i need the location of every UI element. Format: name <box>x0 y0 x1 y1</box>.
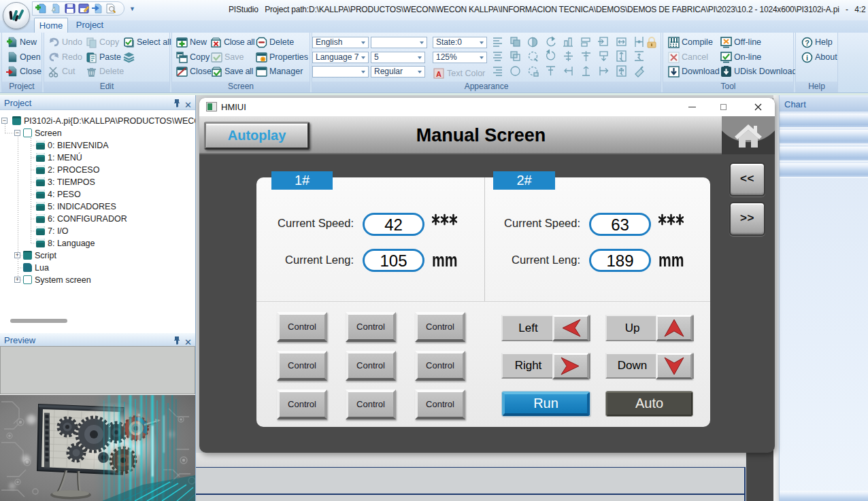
svg-text:A: A <box>436 70 441 78</box>
svg-text:i: i <box>806 54 808 62</box>
svg-text:?: ? <box>805 39 809 47</box>
